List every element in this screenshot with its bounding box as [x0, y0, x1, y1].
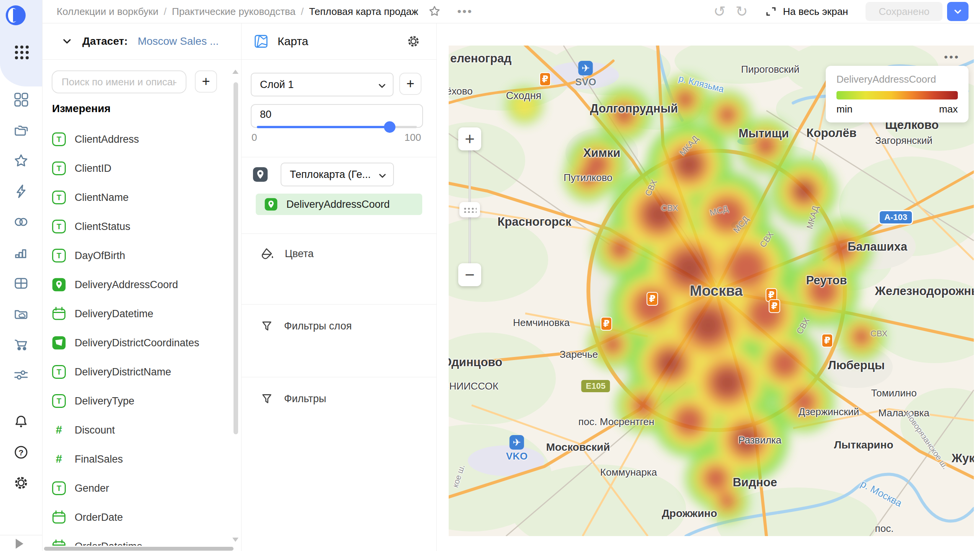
- field-name: DeliveryDistrictCoordinates: [75, 337, 199, 349]
- dataset-field-row[interactable]: T ClientStatus: [42, 212, 231, 241]
- zoom-out-button[interactable]: −: [458, 263, 481, 286]
- layer-select-value: Слой 1: [260, 79, 294, 91]
- field-name: DeliveryType: [75, 395, 134, 407]
- map-chart-icon[interactable]: [253, 33, 269, 49]
- colors-section[interactable]: Цвета: [260, 243, 314, 264]
- text-field-icon: T: [52, 248, 66, 263]
- dataset-field-row[interactable]: T ClientAddress: [42, 125, 231, 154]
- breadcrumb-item[interactable]: Практические руководства: [172, 6, 296, 18]
- marketplace-icon[interactable]: [13, 336, 29, 353]
- dimensions-list: T ClientAddress T ClientID T ClientName …: [42, 125, 231, 546]
- add-layer-button[interactable]: +: [399, 73, 421, 95]
- top-bar: Коллекции и воркбуки/Практические руково…: [42, 0, 980, 23]
- apps-grid-icon[interactable]: [13, 43, 31, 62]
- undo-icon[interactable]: ↺: [714, 4, 726, 19]
- datasets-icon[interactable]: [13, 214, 29, 230]
- dataset-field-row[interactable]: T DeliveryDistrictName: [42, 357, 231, 386]
- map-more-menu-icon[interactable]: •••: [944, 51, 960, 63]
- settings-gear-icon[interactable]: [13, 474, 29, 491]
- text-field-icon: T: [52, 481, 66, 496]
- svg-text:#: #: [56, 452, 62, 465]
- svg-text:T: T: [57, 484, 61, 492]
- services-icon[interactable]: [13, 367, 29, 383]
- svg-text:#: #: [56, 423, 62, 436]
- redo-icon[interactable]: ↻: [736, 4, 748, 19]
- saved-button[interactable]: Сохранено: [866, 2, 942, 21]
- dataset-field-row[interactable]: DeliveryDatetime: [42, 299, 231, 328]
- filters-label: Фильтры: [284, 393, 326, 405]
- dataset-field-row[interactable]: T ClientID: [42, 154, 231, 183]
- breadcrumb-item[interactable]: Тепловая карта продаж: [309, 6, 418, 18]
- divider: [242, 157, 436, 157]
- storage-icon[interactable]: [13, 305, 29, 322]
- field-name: DayOfBirth: [75, 250, 125, 262]
- notifications-icon[interactable]: [13, 413, 29, 430]
- charts-icon[interactable]: [13, 244, 29, 261]
- widgets-icon[interactable]: [13, 91, 29, 108]
- geofield-chip[interactable]: DeliveryAddressCoord: [256, 194, 422, 215]
- add-field-button[interactable]: +: [195, 70, 217, 93]
- layer-select[interactable]: Слой 1: [251, 73, 394, 96]
- divider: [242, 377, 436, 377]
- dataset-name-link[interactable]: Moscow Sales ...: [138, 35, 219, 47]
- zoom-in-button[interactable]: +: [458, 127, 481, 150]
- text-field-icon: T: [52, 365, 66, 379]
- legend-max-label: max: [939, 103, 958, 115]
- geotype-select[interactable]: Теплокарта (Ге...: [281, 163, 394, 186]
- divider: [242, 304, 436, 305]
- favorite-star-icon[interactable]: [428, 5, 441, 18]
- opacity-slider-thumb[interactable]: [384, 121, 395, 133]
- sidebar-collapse-icon[interactable]: [16, 539, 23, 549]
- field-search-input[interactable]: [52, 70, 186, 93]
- dataset-field-row[interactable]: OrderDate: [42, 503, 231, 532]
- favorites-icon[interactable]: [13, 152, 29, 169]
- dataset-field-row[interactable]: # FinalSales: [42, 445, 231, 474]
- dataset-field-row[interactable]: DeliveryDistrictCoordinates: [42, 328, 231, 357]
- svg-text:T: T: [57, 397, 61, 405]
- chevron-down-icon: [378, 171, 387, 180]
- fullscreen-button[interactable]: На весь экран: [764, 5, 848, 18]
- number-field-icon: #: [52, 452, 66, 466]
- lightning-icon[interactable]: [13, 183, 29, 200]
- datalens-logo[interactable]: [6, 5, 26, 25]
- dataset-field-row[interactable]: DeliveryAddressCoord: [42, 270, 231, 299]
- dataset-field-row[interactable]: T ClientName: [42, 183, 231, 212]
- map-canvas[interactable]: еленоградСходняёховоДолгопрудныйПироговс…: [449, 46, 974, 536]
- tables-icon[interactable]: [13, 275, 29, 292]
- breadcrumb-separator: /: [164, 6, 167, 18]
- dataset-field-row[interactable]: T DayOfBirth: [42, 241, 231, 270]
- field-name: DeliveryAddressCoord: [75, 279, 178, 291]
- chevron-down-icon: [953, 7, 963, 16]
- opacity-value: 80: [260, 109, 271, 121]
- field-name: FinalSales: [75, 453, 123, 465]
- dataset-header: Датасет: Moscow Sales ...: [42, 23, 241, 60]
- breadcrumb-item[interactable]: Коллекции и воркбуки: [57, 6, 158, 18]
- filters-section[interactable]: Фильтры: [260, 388, 326, 409]
- divider: [242, 233, 436, 234]
- layer-filters-section[interactable]: Фильтры слоя: [260, 315, 352, 337]
- dataset-field-row[interactable]: T DeliveryType: [42, 386, 231, 416]
- field-name: OrderDatetime: [75, 541, 142, 546]
- svg-text:T: T: [57, 164, 61, 173]
- dataset-field-row[interactable]: # Discount: [42, 416, 231, 445]
- fullscreen-icon: [764, 5, 777, 18]
- help-icon[interactable]: ?: [13, 444, 29, 461]
- field-name: ClientStatus: [75, 221, 131, 233]
- legend-title: DeliveryAddressCoord: [836, 73, 936, 85]
- vertical-scrollbar[interactable]: [234, 82, 238, 434]
- dataset-field-row[interactable]: T Gender: [42, 474, 231, 503]
- horizontal-scrollbar[interactable]: [44, 547, 234, 551]
- date-field-icon: [52, 306, 66, 321]
- text-field-icon: T: [52, 219, 66, 234]
- dataset-field-row[interactable]: OrderDatetime: [42, 532, 231, 546]
- zoom-slider-handle[interactable]: [459, 202, 480, 217]
- save-dropdown-button[interactable]: [947, 2, 969, 21]
- dataset-collapse-chevron-icon[interactable]: [62, 36, 72, 47]
- geolayer-type-icon: [252, 166, 268, 183]
- field-name: ClientAddress: [75, 134, 139, 145]
- opacity-min-label: 0: [252, 132, 257, 143]
- scroll-down-icon[interactable]: [232, 538, 238, 542]
- collections-icon[interactable]: [13, 122, 29, 139]
- scroll-up-icon[interactable]: [232, 70, 238, 74]
- chart-settings-gear-icon[interactable]: [406, 34, 421, 49]
